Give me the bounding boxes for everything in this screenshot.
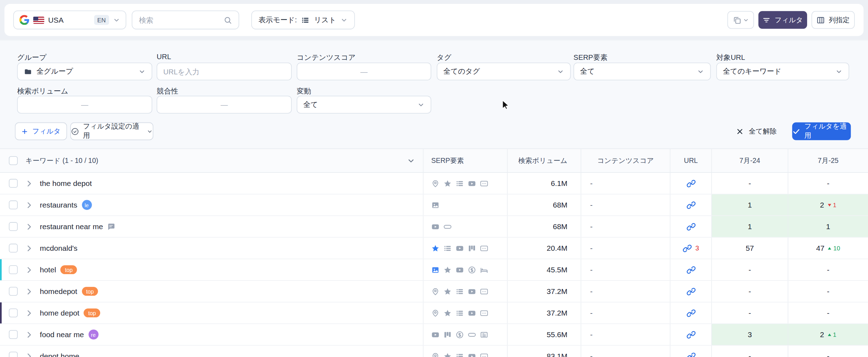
table-row[interactable]: hoteltop45.5M--- [0,259,868,281]
table-row[interactable]: home depottop37.2M--- [0,302,868,324]
chevron-down-icon [835,68,843,75]
content-score-column-header[interactable]: コンテンツスコア [581,149,670,172]
rank-cell-jul24: 3 [712,324,788,345]
link-icon[interactable] [686,265,696,274]
chevron-right-icon[interactable] [25,330,33,339]
content-score-input[interactable] [297,63,431,80]
jul25-column-header[interactable]: 7月-25 [788,149,868,172]
view-mode-selector[interactable]: 表示モード: リスト [251,11,355,29]
jul24-column-header[interactable]: 7月-24 [712,149,788,172]
tags-select[interactable]: 全てのタグ [437,63,571,80]
list-view-icon [301,16,309,24]
chevron-right-icon[interactable] [25,287,33,295]
chevron-right-icon[interactable] [25,201,33,209]
search-box[interactable] [132,11,239,29]
volume-column-header[interactable]: 検索ボリューム [508,149,581,172]
rank-value: - [827,266,829,274]
serp-features-select[interactable]: 全て [573,63,711,80]
keyword-text[interactable]: depot home [40,352,80,357]
layout-toggle-button[interactable] [727,11,754,29]
table-row[interactable]: restaurant near me68M-11 [0,216,868,238]
keyword-cell: hoteltop [0,259,423,280]
add-filter-button[interactable]: フィルタ [15,123,67,140]
link-icon[interactable] [683,243,692,253]
chevron-right-icon[interactable] [25,309,33,317]
row-checkbox[interactable] [9,179,18,188]
link-icon[interactable] [686,222,696,231]
chevron-right-icon[interactable] [25,352,33,357]
group-color-stripe [0,259,2,280]
content-score-cell: - [581,216,670,237]
keyword-badge: le [82,200,92,210]
row-checkbox[interactable] [9,265,18,274]
group-select[interactable]: 全グループ [17,63,152,80]
search-input[interactable] [139,16,219,24]
clear-all-filters-button[interactable]: 全て解除 [736,123,777,140]
keyword-text[interactable]: restaurants [40,201,78,209]
table-header: キーワード (1 - 10 / 10) SERP要素 検索ボリューム コンテンツ… [0,148,868,173]
row-checkbox[interactable] [9,244,18,253]
keyword-tracker-app: USA EN 表示モード: リスト フ [0,0,868,357]
link-icon[interactable] [686,351,696,357]
serp-column-header[interactable]: SERP要素 [423,149,508,172]
rank-value: - [749,309,751,317]
locale-selector[interactable]: USA EN [13,11,126,29]
row-checkbox[interactable] [9,352,18,357]
link-icon[interactable] [686,200,696,210]
row-checkbox[interactable] [9,200,18,209]
filter-toggle-button[interactable]: フィルタ [758,11,807,29]
link-icon[interactable] [686,178,696,188]
table-row[interactable]: depot home83.1M--- [0,346,868,357]
link-icon[interactable] [686,330,696,339]
list-icon [456,179,464,187]
table-row[interactable]: restaurantsle68M-121 [0,194,868,216]
keyword-cell: homedepottop [0,281,423,302]
star-icon [444,352,452,357]
rank-value: - [749,352,751,357]
clear-all-label: 全て解除 [749,126,777,136]
keyword-text[interactable]: hotel [40,266,56,274]
map-pin-icon [431,309,439,317]
select-all-checkbox[interactable] [9,156,18,165]
app-viewport: USA EN 表示モード: リスト フ [0,0,868,357]
url-column-header[interactable]: URL [670,149,712,172]
search-volume-cell: 20.4M [508,238,581,259]
keyword-text[interactable]: the home depot [40,179,92,187]
link-icon[interactable] [686,308,696,318]
row-checkbox[interactable] [9,287,18,296]
table-row[interactable]: mcdonald's20.4M-3574710 [0,238,868,259]
table-row[interactable]: homedepottop37.2M--- [0,281,868,302]
chevron-down-icon [113,16,120,23]
row-checkbox[interactable] [9,222,18,231]
column-settings-button[interactable]: 列指定 [811,11,855,29]
chevron-down-icon[interactable] [407,157,415,165]
keyword-text[interactable]: food near me [40,330,84,339]
apply-filter-preset-button[interactable]: フィルタ設定の適用 [70,123,154,140]
target-url-select[interactable]: 全てのキーワード [716,63,849,80]
delta-value: 10 [833,245,840,251]
star-icon [444,266,452,274]
movement-select-value: 全て [303,100,318,109]
search-volume-input[interactable] [17,96,152,114]
movement-select[interactable]: 全て [297,96,431,114]
image-blue-icon [431,266,439,274]
keyword-text[interactable]: restaurant near me [40,222,103,231]
row-checkbox[interactable] [9,308,18,317]
chevron-right-icon[interactable] [25,266,33,274]
keyword-text[interactable]: home depot [40,309,80,317]
chevron-right-icon[interactable] [25,179,33,187]
row-checkbox[interactable] [9,330,18,339]
chevron-down-icon [147,128,153,134]
competition-input[interactable] [157,96,292,114]
apply-filters-button[interactable]: フィルタを適用 [792,123,851,140]
link-icon[interactable] [686,287,696,296]
apply-filters-label: フィルタを適用 [804,122,851,141]
url-input[interactable] [157,63,292,80]
keyword-text[interactable]: homedepot [40,287,78,295]
chevron-right-icon[interactable] [25,222,33,231]
chevron-right-icon[interactable] [25,244,33,252]
table-row[interactable]: food near mere55.6M-321 [0,324,868,346]
keyword-column-header[interactable]: キーワード (1 - 10 / 10) [0,149,423,172]
table-row[interactable]: the home depot6.1M--- [0,173,868,194]
keyword-text[interactable]: mcdonald's [40,244,78,252]
